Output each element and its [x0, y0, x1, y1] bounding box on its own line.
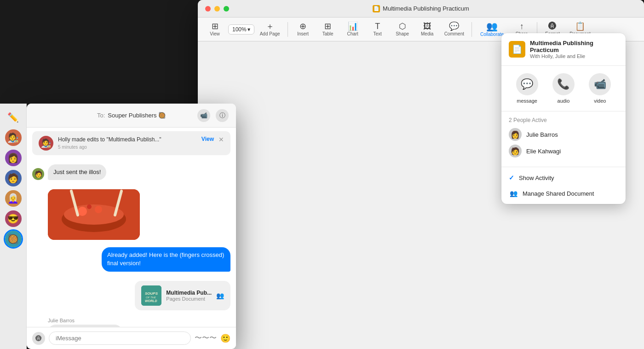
video-call-button[interactable]: 📹: [197, 109, 210, 122]
doc-collab-icon: 👥: [216, 292, 224, 299]
person-julie: 👩 Julie Barros: [509, 128, 618, 141]
toolbar-separator-2: [472, 22, 472, 37]
sidebar-avatar-4[interactable]: 👩‍🦳: [5, 190, 22, 207]
notification-text: Holly made edits to "Multimedia Publish.…: [58, 136, 197, 144]
popup-video-label: video: [594, 98, 606, 104]
video-action-icon: 📹: [589, 73, 611, 95]
table-label: Table: [322, 31, 334, 36]
view-icon: ⊞: [212, 22, 218, 30]
notification-avatar: 🧑‍🎨: [39, 136, 53, 151]
popup-doc-icon: 📄: [509, 41, 525, 58]
svg-point-35: [78, 207, 87, 216]
toolbar-view[interactable]: ⊞ View: [203, 20, 226, 38]
show-activity-label: Show Activity: [519, 174, 554, 181]
close-button[interactable]: [205, 6, 211, 12]
svg-point-37: [87, 204, 92, 209]
popup-video-btn[interactable]: 📹 video: [589, 73, 611, 104]
toolbar-zoom[interactable]: 100% ▾: [228, 24, 254, 35]
popup-doc-subtitle: With Holly, Julie and Elie: [530, 53, 618, 59]
message-group-3: Julie Barros 👩 Love the drawings, Elie!: [27, 316, 236, 327]
popup-message-label: message: [517, 98, 537, 104]
media-icon: 🖼: [423, 22, 431, 30]
soup-image-message: [48, 189, 140, 240]
message-text-1: Just sent the illos!: [48, 164, 106, 180]
pages-window-title: Multimedia Publishing Practicum: [383, 5, 469, 12]
elie-avatar: 🧑: [509, 145, 522, 157]
sidebar-avatar-2[interactable]: 👩: [5, 150, 22, 166]
to-label: To:: [97, 112, 105, 119]
document-icon: 📋: [575, 22, 585, 30]
message-action-icon: 💬: [516, 73, 538, 95]
pages-window: 📄 Multimedia Publishing Practicum ⊞ View…: [198, 0, 644, 349]
app-store-button[interactable]: 🅐: [32, 332, 45, 345]
doc-attach-info: Multimedia Pub... Pages Document: [166, 290, 212, 302]
table-icon: ⊞: [324, 22, 331, 30]
collaborate-label: Collaborate: [480, 32, 504, 37]
compose-icon: ✏️: [7, 112, 19, 123]
insert-icon: ⊕: [299, 22, 306, 30]
popup-doc-info: Multimedia Publishing Practicum With Hol…: [530, 40, 618, 59]
pages-app-icon: 📄: [373, 5, 380, 12]
toolbar-shape[interactable]: ⬡ Shape: [391, 20, 414, 38]
toolbar-chart[interactable]: 📊 Chart: [341, 20, 364, 38]
new-message-button[interactable]: ✏️: [5, 109, 22, 126]
notification-close-button[interactable]: ✕: [218, 136, 224, 143]
svg-rect-40: [141, 285, 161, 306]
toolbar-table[interactable]: ⊞ Table: [316, 20, 339, 38]
chart-label: Chart: [347, 31, 358, 36]
julie-avatar: 👩: [509, 128, 522, 141]
maximize-button[interactable]: [224, 6, 229, 12]
add-page-label: Add Page: [260, 31, 280, 36]
popup-audio-btn[interactable]: 📞 audio: [552, 73, 575, 104]
sender-name-julie: Julie Barros: [48, 318, 230, 323]
pages-titlebar: 📄 Multimedia Publishing Practicum: [198, 0, 644, 17]
toolbar-media[interactable]: 🖼 Media: [416, 20, 439, 38]
popup-people-section: 2 People Active 👩 Julie Barros 🧑 Elie Ka…: [501, 111, 626, 167]
manage-shared-doc-item[interactable]: 👥 Manage Shared Document: [501, 186, 626, 201]
popup-message-btn[interactable]: 💬 message: [516, 73, 538, 104]
julie-name: Julie Barros: [526, 131, 558, 138]
people-active-label: 2 People Active: [509, 117, 618, 123]
sidebar-avatar-5[interactable]: 😎: [5, 210, 22, 227]
messages-sidebar: ✏️ 🧑‍🎨 👩 🧑 👩‍🦳 😎 🥘: [0, 104, 27, 349]
format-icon: 🅐: [548, 22, 557, 30]
document-attachment[interactable]: SOUPS OF THE WORLD Multimedia Pub... Pag…: [135, 281, 230, 310]
message-group-2: Already added! Here is the (fingers cros…: [27, 245, 236, 275]
toolbar-insert[interactable]: ⊕ Insert: [292, 20, 315, 38]
audio-wave-icon: 〜〜〜: [195, 333, 217, 343]
notification-view-button[interactable]: View: [201, 136, 214, 142]
toolbar-add-page[interactable]: ＋ Add Page: [256, 20, 284, 38]
svg-text:OF THE: OF THE: [146, 296, 156, 299]
insert-label: Insert: [297, 31, 309, 36]
toolbar-separator-1: [288, 22, 288, 37]
popup-actions: 💬 message 📞 audio 📹 video: [501, 66, 626, 111]
message-group-soup-image: [27, 187, 236, 242]
elie-name: Elie Kahwagi: [526, 148, 561, 155]
minimize-button[interactable]: [214, 6, 220, 12]
doc-type: Pages Document: [166, 296, 212, 302]
collaborate-icon: 👥: [486, 22, 498, 31]
message-group-doc: SOUPS OF THE WORLD Multimedia Pub... Pag…: [27, 279, 236, 312]
audio-action-icon: 📞: [552, 73, 575, 95]
svg-text:SOUPS: SOUPS: [145, 291, 158, 296]
messages-to: To: Souper Publishers 🥘: [97, 112, 166, 119]
view-label: View: [210, 31, 220, 36]
show-activity-item[interactable]: ✓ Show Activity: [501, 170, 626, 186]
messages-titlebar: To: Souper Publishers 🥘 📹 ⓘ: [27, 104, 236, 128]
message-input[interactable]: [49, 332, 191, 345]
toolbar-comment[interactable]: 💬 Comment: [441, 20, 468, 38]
shape-icon: ⬡: [399, 22, 406, 30]
svg-text:WORLD: WORLD: [145, 299, 157, 302]
messages-actions: 📹 ⓘ: [197, 109, 229, 122]
sidebar-avatar-3[interactable]: 🧑: [5, 170, 22, 186]
chart-icon: 📊: [348, 22, 358, 30]
toolbar-text[interactable]: T Text: [366, 20, 389, 38]
manage-doc-icon: 👥: [509, 190, 518, 197]
sidebar-avatar-active[interactable]: 🥘: [5, 231, 22, 247]
share-icon: ↑: [520, 22, 524, 30]
info-button[interactable]: ⓘ: [216, 109, 229, 122]
message-bubble-1: 🧑 Just sent the illos!: [32, 164, 230, 180]
emoji-button[interactable]: 🙂: [220, 333, 230, 343]
media-label: Media: [421, 31, 433, 36]
sidebar-avatar-1[interactable]: 🧑‍🎨: [5, 129, 22, 146]
